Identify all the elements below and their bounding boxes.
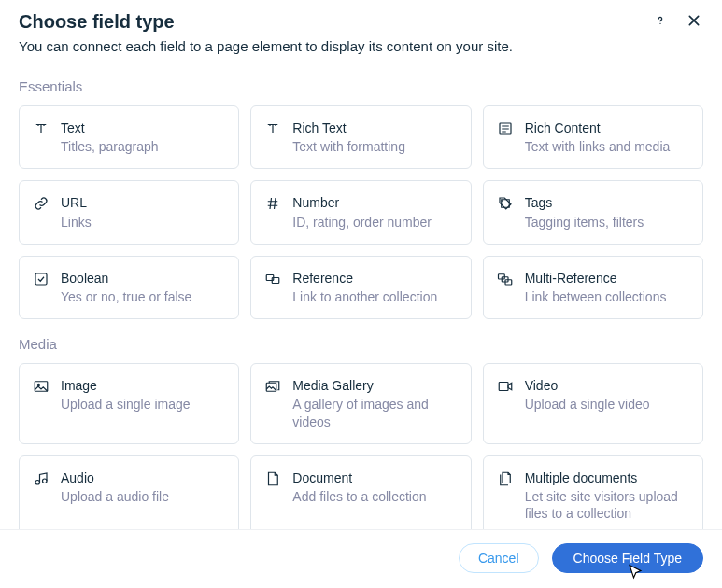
field-card-desc: Yes or no, true or false xyxy=(61,288,225,305)
field-card-title: Reference xyxy=(292,270,457,287)
media-grid: Image Upload a single image Media Galler… xyxy=(19,363,703,529)
field-card-title: URL xyxy=(61,194,225,211)
field-card-desc: Let site site visitors upload files to a… xyxy=(525,488,689,522)
field-card-title: Boolean xyxy=(61,270,225,287)
field-card-desc: Upload a single image xyxy=(61,396,225,413)
choose-field-type-dialog: Choose field type You can connect each f… xyxy=(0,0,722,588)
field-card-audio[interactable]: Audio Upload a audio file xyxy=(19,455,239,529)
field-card-title: Document xyxy=(292,469,457,486)
svg-rect-4 xyxy=(35,273,47,285)
field-card-image[interactable]: Image Upload a single image xyxy=(19,363,239,444)
field-card-multi-reference[interactable]: Multi-Reference Link between collections xyxy=(483,256,703,319)
field-card-desc: Link between collections xyxy=(525,288,689,305)
field-card-title: Multiple documents xyxy=(525,469,689,486)
field-card-desc: Upload a single video xyxy=(525,396,689,413)
field-card-rich-content[interactable]: Rich Content Text with links and media xyxy=(483,105,703,169)
field-card-number[interactable]: Number ID, rating, order number xyxy=(250,180,471,244)
field-card-desc: ID, rating, order number xyxy=(292,214,457,231)
tags-icon xyxy=(497,195,514,212)
video-icon xyxy=(497,378,514,395)
section-label-essentials: Essentials xyxy=(19,78,703,94)
svg-rect-13 xyxy=(499,383,508,391)
choose-field-type-button[interactable]: Choose Field Type xyxy=(552,543,703,573)
multi-reference-icon xyxy=(497,271,514,287)
field-card-multiple-documents[interactable]: Multiple documents Let site site visitor… xyxy=(483,455,703,529)
field-card-tags[interactable]: Tags Tagging items, filters xyxy=(483,180,703,244)
svg-point-14 xyxy=(35,480,40,484)
field-card-desc: A gallery of images and videos xyxy=(292,396,457,429)
media-gallery-icon xyxy=(264,378,281,395)
field-card-desc: Text with formatting xyxy=(292,138,457,155)
rich-text-icon xyxy=(264,120,281,137)
field-card-boolean[interactable]: Boolean Yes or no, true or false xyxy=(19,256,239,319)
field-card-title: Media Gallery xyxy=(292,377,457,394)
svg-point-1 xyxy=(659,23,660,24)
close-icon[interactable] xyxy=(685,11,703,30)
field-card-title: Text xyxy=(61,119,225,136)
field-card-rich-text[interactable]: Rich Text Text with formatting xyxy=(250,105,471,169)
document-icon xyxy=(264,470,281,487)
multiple-documents-icon xyxy=(497,470,514,487)
field-card-desc: Tagging items, filters xyxy=(525,214,689,231)
cancel-button[interactable]: Cancel xyxy=(459,543,539,573)
audio-icon xyxy=(33,470,50,487)
field-card-title: Video xyxy=(525,377,689,394)
field-card-desc: Link to another collection xyxy=(292,288,457,305)
boolean-icon xyxy=(33,271,50,287)
field-card-title: Tags xyxy=(525,194,689,211)
field-card-title: Audio xyxy=(61,469,225,486)
help-icon[interactable] xyxy=(651,11,670,30)
field-card-desc: Add files to a collection xyxy=(292,488,457,505)
field-card-media-gallery[interactable]: Media Gallery A gallery of images and vi… xyxy=(250,363,471,444)
field-card-title: Multi-Reference xyxy=(525,270,689,287)
dialog-header: Choose field type You can connect each f… xyxy=(0,0,722,62)
dialog-title: Choose field type xyxy=(19,11,651,33)
field-card-desc: Text with links and media xyxy=(525,138,689,155)
dialog-footer: Cancel Choose Field Type xyxy=(0,529,722,588)
field-card-title: Number xyxy=(292,194,457,211)
svg-point-3 xyxy=(502,200,503,202)
field-card-document[interactable]: Document Add files to a collection xyxy=(250,455,471,529)
image-icon xyxy=(33,378,50,395)
field-card-desc: Titles, paragraph xyxy=(61,138,225,155)
dialog-subtitle: You can connect each field to a page ele… xyxy=(19,38,703,54)
essentials-grid: Text Titles, paragraph Rich Text Text wi… xyxy=(19,105,703,319)
field-card-text[interactable]: Text Titles, paragraph xyxy=(19,105,239,169)
number-icon xyxy=(264,195,281,212)
section-label-media: Media xyxy=(19,336,703,352)
field-card-video[interactable]: Video Upload a single video xyxy=(483,363,703,444)
svg-point-15 xyxy=(43,479,48,483)
field-card-title: Rich Content xyxy=(525,119,689,136)
url-icon xyxy=(33,195,50,212)
field-card-desc: Upload a audio file xyxy=(61,488,225,505)
svg-point-11 xyxy=(37,385,39,386)
reference-icon xyxy=(264,271,281,287)
field-card-desc: Links xyxy=(61,214,225,231)
field-type-scroll-area[interactable]: Essentials Text Titles, paragraph Rich T… xyxy=(0,62,722,529)
rich-content-icon xyxy=(497,120,514,137)
field-card-title: Rich Text xyxy=(292,119,457,136)
text-icon xyxy=(33,120,50,137)
field-card-url[interactable]: URL Links xyxy=(19,180,239,244)
field-card-title: Image xyxy=(61,377,225,394)
field-card-reference[interactable]: Reference Link to another collection xyxy=(250,256,471,319)
